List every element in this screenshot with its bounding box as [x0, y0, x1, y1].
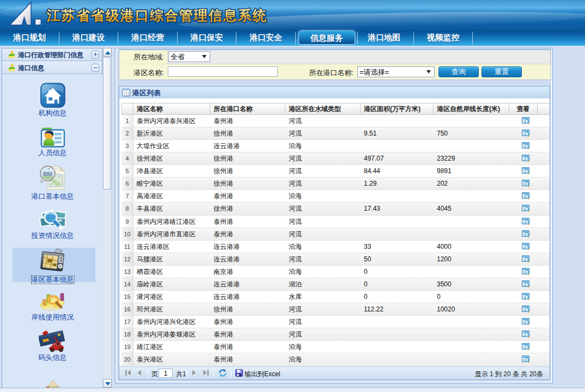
col-port[interactable]: 所在港口名称 [210, 103, 285, 115]
view-detail-icon[interactable] [522, 318, 530, 326]
cell-name: 泰兴港区 [133, 353, 210, 365]
save-disk-icon[interactable] [235, 369, 243, 377]
col-area[interactable]: 港区面积(万平方米) [361, 103, 434, 115]
table-row-5[interactable]: 5沛县港区徐州港河流84.449891 [121, 165, 550, 177]
expand-button[interactable]: + [92, 51, 99, 59]
cell-filler [538, 115, 550, 127]
table-row-19[interactable]: 19靖江港区泰州港沿海 [121, 341, 550, 353]
nav-tab-8[interactable]: 视频监控 [414, 30, 473, 46]
table-row-11[interactable]: 11连云港港区连云港港沿海334000 [121, 241, 550, 253]
view-detail-icon[interactable] [522, 142, 530, 150]
view-detail-icon[interactable] [522, 330, 530, 338]
scroll-down-button[interactable] [103, 379, 112, 388]
table-row-12[interactable]: 12马腰港区连云港港河流501200 [121, 253, 550, 266]
table-row-1[interactable]: 1泰州内河港泰兴港区泰州港河流 [121, 115, 550, 127]
sidebar-menu: 机构信息人员信息港口基本信息投资情况信息港区基本信息岸线使用情况码头信息 [3, 75, 102, 388]
sidebar-panel-port-info[interactable]: 港口信息 − [2, 62, 102, 74]
view-detail-icon[interactable] [522, 343, 530, 351]
view-detail-icon[interactable] [522, 117, 530, 125]
view-detail-icon[interactable] [522, 205, 530, 212]
page-number-input[interactable] [159, 369, 173, 378]
sidebar-item-4[interactable]: 投资情况信息 [3, 209, 102, 240]
export-excel-button[interactable]: 输出到Excel [245, 370, 280, 379]
reset-button[interactable]: 重置 [482, 66, 522, 77]
table-row-20[interactable]: 20泰兴港区泰州港沿海 [121, 353, 550, 366]
sidebar-panel-admin-depts[interactable]: 港口行政管理部门信息 + [2, 48, 102, 61]
table-row-9[interactable]: 9泰州内河港靖江港区泰州港河流 [121, 216, 550, 228]
view-detail-icon[interactable] [522, 356, 530, 363]
query-button[interactable]: 查询 [438, 66, 479, 77]
row-number: 4 [121, 152, 133, 164]
table-row-14[interactable]: 14庙岭港区连云港港湖泊03500 [121, 278, 550, 291]
col-name[interactable]: 港区名称 [133, 103, 210, 115]
view-detail-icon[interactable] [522, 130, 530, 137]
view-detail-icon[interactable] [522, 167, 530, 175]
region-label: 所在地域: [119, 52, 164, 63]
view-detail-icon[interactable] [522, 218, 530, 225]
view-detail-icon[interactable] [522, 243, 530, 250]
table-row-8[interactable]: 8丰县港区徐州港河流17.434045 [121, 203, 550, 215]
sidebar-item-8[interactable] [3, 379, 102, 388]
table-row-16[interactable]: 16邳州港区徐州港河流112.2210020 [121, 303, 550, 316]
nav-tab-3[interactable]: 港口经营 [118, 30, 177, 46]
nav-tab-5[interactable]: 港口安全 [236, 30, 295, 46]
view-detail-icon[interactable] [522, 230, 530, 238]
cell-shoreline: 3500 [434, 278, 509, 290]
region-select[interactable]: 全省 [168, 51, 210, 62]
last-page-button[interactable] [203, 369, 209, 376]
table-row-3[interactable]: 3大堤作业区连云港港沿海 [121, 140, 550, 152]
table-row-7[interactable]: 7高港港区泰州港沿海 [121, 190, 550, 203]
cell-port: 连云港港 [210, 241, 285, 253]
view-detail-icon[interactable] [522, 255, 530, 263]
port-name-select[interactable]: =请选择= [357, 66, 435, 77]
table-row-2[interactable]: 2新沂港区徐州港河流9.51750 [121, 127, 550, 140]
cell-water-type: 沿海 [285, 241, 361, 253]
table-row-13[interactable]: 13栖霞港区南京港沿海0 [121, 266, 550, 278]
next-page-button[interactable] [192, 369, 197, 376]
sidebar-item-7[interactable]: 码头信息 [3, 328, 102, 362]
view-detail-icon[interactable] [522, 305, 530, 313]
cell-water-type: 湖泊 [285, 278, 361, 290]
table-row-15[interactable]: 15灌河港区连云港港水库00 [121, 291, 550, 303]
port-area-name-input[interactable] [168, 66, 278, 77]
prev-page-button[interactable] [137, 369, 142, 376]
cell-filler [538, 266, 550, 278]
sidebar-item-6[interactable]: 岸线使用情况 [3, 291, 102, 322]
cell-water-type: 河流 [285, 165, 361, 177]
nav-tab-7[interactable]: 港口地图 [355, 30, 413, 46]
table-row-17[interactable]: 17泰州内河港兴化港区泰州港河流 [121, 316, 550, 328]
view-detail-icon[interactable] [522, 280, 530, 288]
table-row-18[interactable]: 18泰州内河港姜堰港区泰州港河流 [121, 328, 550, 341]
col-water-type[interactable]: 港区所在水域类型 [285, 103, 361, 115]
port-area-grid: 港区名称 所在港口名称 港区所在水域类型 港区面积(万平方米) 港区自然岸线长度… [121, 103, 550, 366]
view-detail-icon[interactable] [522, 155, 530, 162]
col-shoreline[interactable]: 港区自然岸线长度(米) [434, 103, 509, 115]
cell-view [509, 216, 538, 228]
sidebar-scrollbar[interactable] [103, 48, 112, 388]
scrollbar-thumb[interactable] [103, 57, 111, 189]
sidebar-item-5[interactable]: 港区基本信息 [3, 248, 102, 284]
sidebar-item-3[interactable]: 港口基本信息 [3, 164, 102, 201]
nav-tab-4[interactable]: 港口保安 [178, 30, 236, 46]
view-detail-icon[interactable] [522, 180, 530, 187]
nav-tab-1[interactable]: 港口规划 [0, 30, 59, 46]
cell-view [509, 241, 538, 253]
collapse-button[interactable]: − [92, 64, 99, 72]
nav-tab-6[interactable]: 信息服务 [298, 30, 355, 45]
cell-name: 泰州内河港靖江港区 [133, 216, 210, 228]
sidebar-item-2[interactable]: 人员信息 [3, 126, 102, 157]
table-row-10[interactable]: 10泰州内河港市直港区泰州港河流 [121, 228, 550, 241]
sidebar-item-1[interactable]: 机构信息 [3, 82, 102, 118]
first-page-button[interactable] [125, 369, 131, 376]
cell-name: 连云港港区 [133, 241, 210, 253]
table-row-6[interactable]: 6睢宁港区徐州港河流1.29202 [121, 177, 550, 190]
scroll-up-button[interactable] [103, 48, 112, 57]
table-row-4[interactable]: 4徐州港区徐州港河流497.0723229 [121, 152, 550, 165]
nav-tab-2[interactable]: 港口建设 [59, 30, 118, 46]
col-view[interactable]: 查看 [509, 103, 538, 115]
sidebar-item-label: 投资情况信息 [32, 232, 74, 240]
view-detail-icon[interactable] [522, 293, 530, 301]
view-detail-icon[interactable] [522, 192, 530, 200]
refresh-icon[interactable] [218, 369, 227, 377]
view-detail-icon[interactable] [522, 268, 530, 275]
